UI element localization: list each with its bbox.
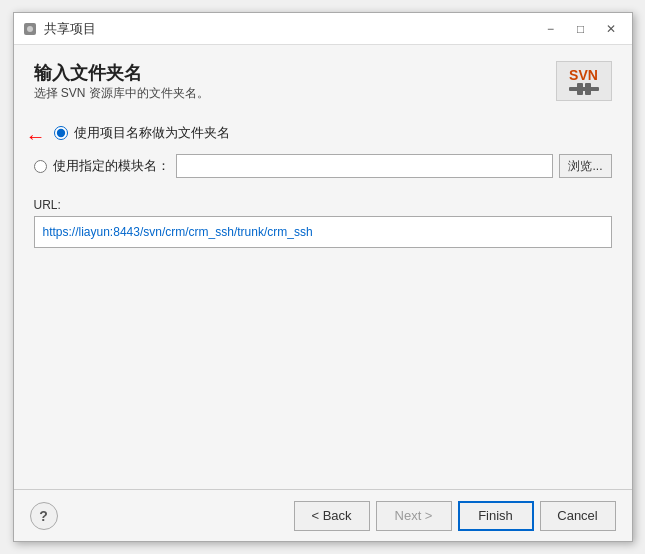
radio1-label[interactable]: 使用项目名称做为文件夹名 bbox=[74, 124, 230, 142]
url-label: URL: bbox=[34, 198, 612, 212]
help-button[interactable]: ? bbox=[30, 502, 58, 530]
url-section: URL: https://liayun:8443/svn/crm/crm_ssh… bbox=[34, 198, 612, 248]
content-area: 输入文件夹名 选择 SVN 资源库中的文件夹名。 SVN ← 使用项目名称做为文… bbox=[14, 45, 632, 489]
close-button[interactable]: ✕ bbox=[598, 19, 624, 39]
footer-buttons: < Back Next > Finish Cancel bbox=[294, 501, 616, 531]
svg-point-1 bbox=[27, 26, 33, 32]
radio1-area: ← 使用项目名称做为文件夹名 bbox=[34, 124, 612, 142]
next-button[interactable]: Next > bbox=[376, 501, 452, 531]
footer-left: ? bbox=[30, 502, 58, 530]
window-title: 共享项目 bbox=[44, 20, 538, 38]
title-buttons: − □ ✕ bbox=[538, 19, 624, 39]
radio2-input[interactable] bbox=[34, 160, 47, 173]
title-bar: 共享项目 − □ ✕ bbox=[14, 13, 632, 45]
window-icon bbox=[22, 21, 38, 37]
svn-logo-text: SVN bbox=[569, 67, 598, 83]
radio2-row: 使用指定的模块名： 浏览... bbox=[34, 154, 612, 178]
red-arrow-icon: ← bbox=[26, 126, 46, 146]
page-subtitle: 选择 SVN 资源库中的文件夹名。 bbox=[34, 85, 209, 102]
cancel-button[interactable]: Cancel bbox=[540, 501, 616, 531]
maximize-button[interactable]: □ bbox=[568, 19, 594, 39]
header-text: 输入文件夹名 选择 SVN 资源库中的文件夹名。 bbox=[34, 61, 209, 118]
url-display: https://liayun:8443/svn/crm/crm_ssh/trun… bbox=[34, 216, 612, 248]
module-name-input[interactable] bbox=[176, 154, 554, 178]
radio1-input[interactable] bbox=[54, 126, 68, 140]
back-button[interactable]: < Back bbox=[294, 501, 370, 531]
radio1-row: 使用项目名称做为文件夹名 bbox=[34, 124, 612, 142]
radio2-label[interactable]: 使用指定的模块名： bbox=[53, 157, 170, 175]
radio-group: ← 使用项目名称做为文件夹名 使用指定的模块名： 浏览... bbox=[34, 124, 612, 178]
browse-button[interactable]: 浏览... bbox=[559, 154, 611, 178]
svn-logo: SVN bbox=[556, 61, 612, 101]
radio2-area: 使用指定的模块名： 浏览... bbox=[34, 154, 612, 178]
finish-button[interactable]: Finish bbox=[458, 501, 534, 531]
footer: ? < Back Next > Finish Cancel bbox=[14, 489, 632, 541]
svg-rect-3 bbox=[577, 83, 583, 95]
svg-rect-4 bbox=[585, 83, 591, 95]
svg-rect-2 bbox=[569, 87, 599, 91]
header-row: 输入文件夹名 选择 SVN 资源库中的文件夹名。 SVN bbox=[34, 61, 612, 118]
main-window: 共享项目 − □ ✕ 输入文件夹名 选择 SVN 资源库中的文件夹名。 SVN bbox=[13, 12, 633, 542]
minimize-button[interactable]: − bbox=[538, 19, 564, 39]
page-title: 输入文件夹名 bbox=[34, 61, 209, 85]
